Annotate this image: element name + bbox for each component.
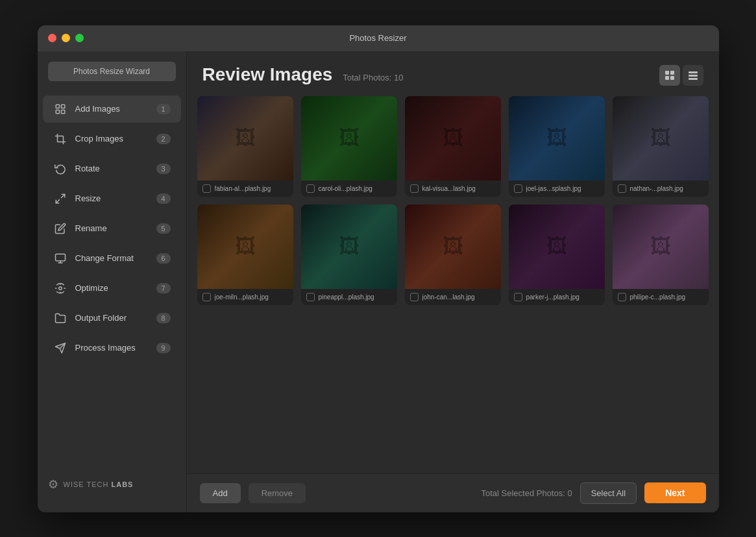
sidebar-item-label: Add Images	[75, 104, 149, 114]
image-filename: philipe-c...plash.jpg	[630, 293, 686, 301]
image-checkbox[interactable]	[306, 293, 315, 301]
image-thumbnail: 🖼	[405, 205, 501, 289]
image-card[interactable]: 🖼fabian-al...plash.jpg	[197, 96, 293, 197]
sidebar-item-badge: 3	[156, 164, 171, 174]
image-filename: parker-j...plash.jpg	[526, 293, 579, 301]
sidebar-item-label: Rotate	[75, 164, 149, 173]
svg-rect-13	[665, 71, 669, 75]
sidebar-item-badge: 8	[156, 313, 171, 323]
svg-rect-14	[670, 71, 674, 75]
content-area: Review Images Total Photos: 10	[187, 51, 719, 512]
image-checkbox[interactable]	[410, 293, 419, 301]
svg-rect-16	[670, 76, 674, 80]
total-selected-label: Total Selected Photos: 0	[481, 488, 572, 498]
image-checkbox[interactable]	[202, 293, 211, 301]
sidebar-item-rename[interactable]: Rename 5	[43, 215, 181, 242]
image-thumbnail: 🖼	[197, 205, 293, 289]
svg-rect-3	[61, 110, 64, 113]
svg-line-5	[61, 194, 64, 197]
image-filename: joe-miln...plash.jpg	[215, 293, 269, 301]
sidebar-item-label: Output Folder	[75, 313, 149, 323]
image-card[interactable]: 🖼kal-visua...lash.jpg	[405, 96, 501, 197]
logo-icon: ⚙	[48, 477, 58, 492]
sidebar-item-add-images[interactable]: Add Images 1	[43, 95, 181, 123]
image-checkbox[interactable]	[618, 184, 626, 193]
image-thumbnail: 🖼	[509, 96, 605, 181]
sidebar-item-badge: 2	[156, 134, 171, 144]
image-filename: fabian-al...plash.jpg	[215, 185, 271, 192]
svg-point-10	[58, 286, 62, 290]
sidebar-item-process-images[interactable]: Process Images 9	[43, 334, 181, 362]
view-toggle	[659, 65, 703, 86]
close-button[interactable]	[48, 34, 56, 42]
image-card[interactable]: 🖼parker-j...plash.jpg	[509, 205, 605, 305]
logo-text: WISE TECH LABS	[64, 481, 134, 488]
sidebar-item-change-format[interactable]: Change Format 6	[43, 245, 181, 272]
svg-rect-1	[61, 105, 64, 108]
image-card[interactable]: 🖼philipe-c...plash.jpg	[613, 205, 709, 305]
bottom-bar: Add Remove Total Selected Photos: 0 Sele…	[187, 473, 719, 512]
svg-rect-15	[665, 76, 669, 80]
sidebar-item-label: Rename	[75, 223, 149, 233]
sidebar-item-label: Optimize	[75, 283, 149, 293]
window-title: Photos Resizer	[349, 33, 406, 43]
image-filename: kal-visua...lash.jpg	[422, 185, 476, 192]
list-view-button[interactable]	[683, 65, 703, 86]
image-checkbox[interactable]	[306, 184, 315, 193]
image-checkbox[interactable]	[514, 184, 522, 193]
svg-rect-17	[689, 71, 698, 73]
sidebar-item-resize[interactable]: Resize 4	[43, 185, 181, 212]
svg-rect-19	[689, 78, 698, 80]
content-header: Review Images Total Photos: 10	[187, 51, 719, 96]
page-title: Review Images	[202, 64, 333, 85]
sidebar-item-rotate[interactable]: Rotate 3	[43, 155, 181, 182]
sidebar-item-optimize[interactable]: Optimize 7	[43, 275, 181, 302]
sidebar-item-label: Process Images	[75, 343, 149, 353]
sidebar-item-badge: 1	[156, 104, 171, 114]
next-button[interactable]: Next	[644, 482, 705, 503]
app-window: Photos Resizer Photos Resize Wizard Add …	[38, 25, 719, 512]
image-checkbox[interactable]	[514, 293, 522, 301]
output-folder-icon	[53, 311, 67, 325]
change-format-icon	[53, 251, 67, 266]
image-filename: pineappl...plash.jpg	[319, 293, 374, 301]
remove-button[interactable]: Remove	[249, 483, 306, 503]
grid-view-button[interactable]	[659, 65, 680, 86]
image-card[interactable]: 🖼pineappl...plash.jpg	[301, 205, 397, 305]
svg-rect-2	[56, 110, 59, 113]
image-card[interactable]: 🖼john-can...lash.jpg	[405, 205, 501, 305]
rename-icon	[53, 221, 67, 236]
main-area: Photos Resize Wizard Add Images 1 Crop I…	[38, 51, 719, 512]
titlebar: Photos Resizer	[38, 25, 719, 51]
sidebar-item-label: Crop Images	[75, 134, 149, 144]
select-all-button[interactable]: Select All	[580, 482, 637, 504]
image-checkbox[interactable]	[410, 184, 419, 193]
sidebar-item-badge: 7	[156, 283, 171, 293]
sidebar-item-badge: 5	[156, 223, 171, 234]
traffic-lights	[48, 34, 84, 42]
rotate-icon	[53, 162, 67, 176]
image-filename: carol-oli...plash.jpg	[319, 185, 372, 192]
image-card[interactable]: 🖼carol-oli...plash.jpg	[301, 96, 397, 197]
sidebar-item-crop-images[interactable]: Crop Images 2	[43, 125, 181, 153]
image-filename: john-can...lash.jpg	[422, 293, 475, 301]
image-checkbox[interactable]	[202, 184, 211, 193]
resize-icon	[53, 192, 67, 206]
optimize-icon	[53, 281, 67, 295]
image-thumbnail: 🖼	[197, 96, 293, 181]
sidebar-item-output-folder[interactable]: Output Folder 8	[43, 305, 181, 332]
sidebar: Photos Resize Wizard Add Images 1 Crop I…	[38, 51, 187, 512]
add-button[interactable]: Add	[200, 483, 241, 503]
image-filename: joel-jas...splash.jpg	[526, 185, 581, 192]
svg-rect-4	[57, 136, 63, 142]
image-card[interactable]: 🖼joel-jas...splash.jpg	[509, 96, 605, 197]
wizard-button[interactable]: Photos Resize Wizard	[48, 62, 176, 81]
image-thumbnail: 🖼	[613, 96, 709, 181]
image-checkbox[interactable]	[618, 293, 626, 301]
sidebar-item-label: Change Format	[75, 253, 149, 263]
image-card[interactable]: 🖼nathan-...plash.jpg	[613, 96, 709, 197]
minimize-button[interactable]	[62, 34, 70, 42]
maximize-button[interactable]	[75, 34, 84, 42]
image-card[interactable]: 🖼joe-miln...plash.jpg	[197, 205, 293, 305]
sidebar-item-label: Resize	[75, 194, 149, 203]
